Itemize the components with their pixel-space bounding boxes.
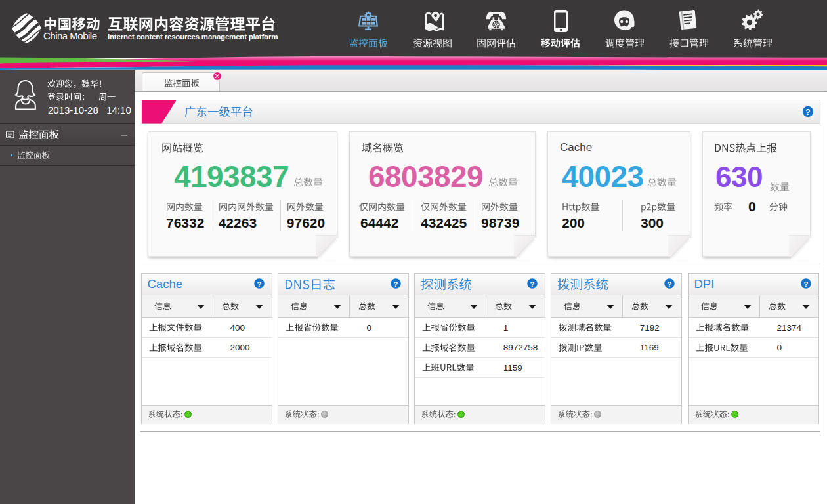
svg-text:?: ? (667, 280, 671, 288)
svg-text:?: ? (804, 280, 809, 288)
svg-text:?: ? (805, 108, 810, 117)
svg-text:?: ? (394, 280, 398, 288)
svg-text:?: ? (530, 280, 535, 288)
svg-text:?: ? (257, 280, 262, 288)
